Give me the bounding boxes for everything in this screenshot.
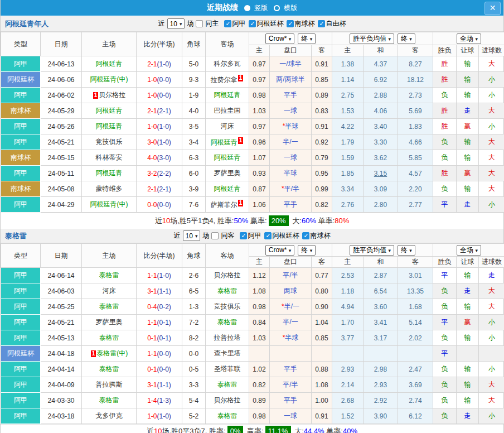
league-badge: 阿甲 <box>1 283 41 299</box>
score-cell: 1-0(1-0) <box>137 119 182 134</box>
handicap-result: 走 <box>457 197 479 213</box>
goals-result: 小 <box>479 408 504 424</box>
score-cell: 1-1(0-1) <box>137 315 182 330</box>
table-row: 阿甲24-06-14泰格雷1-1(1-0)2-6贝尔格拉1.12平/半0.772… <box>1 268 504 283</box>
avg-draw-odds: 3.09 <box>364 181 398 197</box>
home-odds: 1.08 <box>249 283 270 299</box>
team-label: 普拉腾斯 <box>96 381 123 388</box>
league-checkbox[interactable] <box>302 232 309 239</box>
league-checkbox-label[interactable]: 阿甲 <box>248 231 261 240</box>
match-count-select[interactable]: 10 ▾ <box>167 18 185 29</box>
match-date: 24-06-06 <box>41 72 82 88</box>
team-label: 贝尔格拉 <box>214 396 241 404</box>
table-row: 阿甲24-06-13阿根廷青2-1(1-0)5-0科尔多瓦0.97一/球半0.9… <box>1 56 504 72</box>
halftime-score: (2-2) <box>157 170 171 177</box>
team-label: 戈多伊克 <box>96 412 123 420</box>
handicap-cell: 半/一 <box>270 134 312 150</box>
radio-horizontal-icon[interactable] <box>274 5 280 11</box>
radio-horizontal-label[interactable]: 横版 <box>284 3 297 13</box>
avg-draw-odds: 6.92 <box>364 72 398 88</box>
same-venue-checkbox[interactable] <box>211 232 219 239</box>
table-row: 阿根廷杯24-04-181泰格雷(中)1-1(0-0)0-0查卡里塔平 <box>1 346 504 362</box>
team-label: 阿根廷青 <box>214 153 241 161</box>
score-cell: 3-2(2-2) <box>137 166 182 181</box>
summary-part: 赢率: <box>248 216 266 226</box>
team-label: 贝尔格拉 <box>99 91 125 99</box>
team-label: 阿根廷青 <box>96 169 123 177</box>
same-venue-label[interactable]: 同主 <box>205 19 219 28</box>
handicap-cell: 一球 <box>270 103 312 119</box>
odds-stage-select[interactable]: 终 ▾ <box>298 33 316 44</box>
avg-stage-select[interactable]: 终 ▾ <box>398 33 415 44</box>
score-cell: 1-1(1-0) <box>137 268 182 283</box>
games-label: 场 <box>187 19 193 28</box>
chevron-down-icon: ▾ <box>180 20 182 28</box>
match-date: 24-06-02 <box>41 88 82 103</box>
close-button[interactable]: ✕ <box>484 2 501 15</box>
table-row: 阿甲24-03-18戈多伊克1-0(1-0)5-2泰格雷0.98一球0.911.… <box>1 408 504 424</box>
bookmaker-select[interactable]: Crow* ▾ <box>265 245 295 256</box>
titlebar: 近期战绩 竖版 横版 ✕ <box>1 0 503 16</box>
avg-stage-select[interactable]: 终 ▾ <box>398 245 415 256</box>
filter-bar: 近 10 ▾ 场 同主 阿甲阿根廷杯南球杯自由杯 <box>158 18 346 29</box>
fulltime-select[interactable]: 全场 ▾ <box>457 33 481 44</box>
team-label: 萨斯菲尔 <box>211 201 238 209</box>
handicap-cell: 两球 <box>270 283 312 299</box>
home-team: 泰格雷 <box>82 330 137 346</box>
match-count-select[interactable]: 10 ▾ <box>183 230 201 241</box>
away-team: 罗萨里奥 <box>206 166 249 181</box>
bookmaker-select[interactable]: Crow* ▾ <box>265 33 295 44</box>
avg-home-odds: 1.18 <box>332 283 364 299</box>
avg-draw-odds: 4.37 <box>364 56 398 72</box>
home-team: 河床 <box>82 283 137 299</box>
summary-part: 0% <box>227 426 244 433</box>
summary-part: 大: <box>293 426 304 433</box>
goals-result: 小 <box>479 88 504 103</box>
league-badge: 阿根廷杯 <box>1 72 41 88</box>
league-checkbox-label[interactable]: 自由杯 <box>326 19 346 28</box>
same-venue-checkbox[interactable] <box>196 20 203 27</box>
league-checkbox[interactable] <box>264 232 272 239</box>
table-row: 阿甲24-04-29阿根廷青(中)0-0(0-0)7-6萨斯菲尔11.06平手0… <box>1 197 504 213</box>
wdl-result: 平 <box>433 197 457 213</box>
fulltime-score: 1-1 <box>147 272 157 280</box>
col-avg-draw: 和 <box>364 257 398 268</box>
league-checkbox[interactable] <box>287 20 294 27</box>
league-checkbox[interactable] <box>240 232 247 239</box>
match-date: 24-06-13 <box>41 56 82 72</box>
fulltime-select[interactable]: 全场 ▾ <box>457 245 481 256</box>
same-venue-label[interactable]: 同客 <box>221 231 234 240</box>
table-head: 类型 日期 主场 比分(半场) 角球 客场 Crow* ▾终 ▾ 胜平负均值 ▾… <box>1 244 504 268</box>
league-checkbox[interactable] <box>249 20 256 27</box>
col-score: 比分(半场) <box>137 32 182 56</box>
halftime-score: (1-1) <box>157 287 171 295</box>
away-team: 泰格雷 <box>206 315 249 330</box>
radio-vertical-label[interactable]: 竖版 <box>254 3 268 13</box>
odds-stage-select[interactable]: 终 ▾ <box>298 245 316 256</box>
league-checkbox[interactable] <box>224 20 231 27</box>
avg-select[interactable]: 胜平负均值 ▾ <box>350 33 394 44</box>
corner-count: 3-9 <box>182 181 206 197</box>
match-date: 24-06-03 <box>41 283 82 299</box>
halftime-score: (1-0) <box>157 60 171 68</box>
radio-vertical-icon[interactable] <box>244 5 250 11</box>
league-checkbox-label[interactable]: 南球杯 <box>294 19 314 28</box>
avg-select[interactable]: 胜平负均值 ▾ <box>350 245 394 256</box>
avg-home-odds: 2.75 <box>332 88 364 103</box>
home-team: 罗萨里奥 <box>82 315 137 330</box>
league-checkbox[interactable] <box>318 20 325 27</box>
team-label: 泰格雷(中) <box>96 349 128 357</box>
avg-draw-odds[interactable]: 3.15 <box>364 166 398 181</box>
home-odds: 1.07 <box>249 150 270 166</box>
fulltime-score: 0-4 <box>147 303 157 311</box>
team-label: 河床 <box>221 122 234 130</box>
league-checkbox-label[interactable]: 南球杯 <box>310 231 330 240</box>
league-checkbox-label[interactable]: 阿根廷杯 <box>256 19 283 28</box>
avg-home-odds: 4.22 <box>332 119 364 134</box>
league-checkbox-label[interactable]: 阿甲 <box>232 19 245 28</box>
away-odds: 0.85 <box>312 330 332 346</box>
league-checkbox-label[interactable]: 阿根廷杯 <box>272 231 299 240</box>
halftime-score: (1-0) <box>157 123 171 131</box>
goals-result: 大 <box>479 103 504 119</box>
score-cell: 1-0(0-0) <box>137 72 182 88</box>
